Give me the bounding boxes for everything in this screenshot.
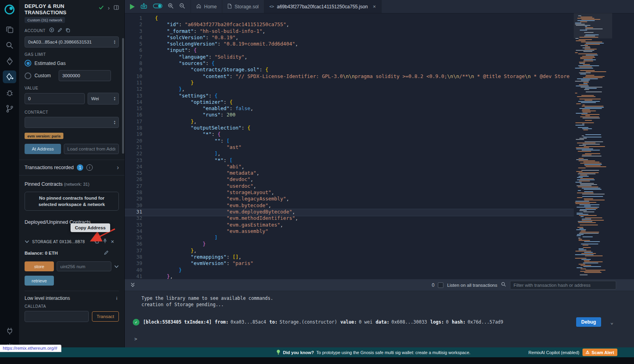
transactions-info-icon[interactable]: i bbox=[86, 164, 93, 171]
terminal-search-icon[interactable] bbox=[501, 281, 506, 289]
contract-label: CONTRACT bbox=[25, 110, 119, 114]
listen-checkbox[interactable] bbox=[438, 282, 443, 288]
divider bbox=[19, 175, 124, 175]
tx-log-text: [block:5583405 txIndex:4]from:0xa03...85… bbox=[143, 319, 573, 325]
low-level-info-icon[interactable]: i bbox=[116, 296, 117, 301]
sidebar-item-plugin-manager[interactable] bbox=[0, 323, 19, 339]
minimap[interactable] bbox=[574, 14, 612, 279]
stepper-icon: ▴▾ bbox=[111, 96, 115, 101]
terminal-line: creation of Storage pending... bbox=[141, 301, 634, 308]
window-edge bbox=[0, 357, 634, 364]
ai-copilot-icon[interactable] bbox=[140, 3, 148, 11]
tab-build-info-json[interactable]: <> a69b43f277ba20fcac141151250ca755.json… bbox=[264, 0, 382, 13]
terminal: 0 Listen on all transactions Type the li… bbox=[125, 279, 634, 347]
custom-gas-radio[interactable] bbox=[25, 72, 31, 79]
at-address-button[interactable]: At Address bbox=[25, 144, 61, 154]
close-tab-icon[interactable]: × bbox=[373, 4, 376, 10]
file-icon bbox=[227, 4, 232, 10]
deploy-run-panel: DEPLOY & RUN TRANSACTIONS › Custom (31) … bbox=[19, 0, 125, 347]
value-input[interactable] bbox=[25, 93, 85, 104]
sidebar-item-file-explorer[interactable] bbox=[0, 21, 19, 37]
did-you-know: Did you know? To prototype using the Gno… bbox=[276, 347, 470, 357]
at-address-input[interactable] bbox=[64, 144, 119, 154]
remix-ide-window: DEPLOY & RUN TRANSACTIONS › Custom (31) … bbox=[0, 0, 634, 364]
editor-code[interactable]: { "id": "a69b43f277ba20fcac141151250ca75… bbox=[155, 15, 571, 279]
remix-logo-icon[interactable] bbox=[3, 3, 16, 16]
transactions-recorded-label: Transactions recorded bbox=[25, 165, 74, 170]
listen-count: 0 bbox=[432, 282, 435, 288]
copy-account-icon[interactable] bbox=[65, 27, 70, 34]
panel-check-icon bbox=[99, 4, 104, 11]
code-editor[interactable]: 1234567891011121314151617181920212223242… bbox=[125, 13, 634, 279]
contract-select[interactable]: ▴▾ bbox=[25, 117, 119, 128]
sidebar-item-deploy-run[interactable] bbox=[0, 69, 19, 85]
value-label: VALUE bbox=[25, 86, 119, 90]
gas-limit-label: GAS LIMIT bbox=[25, 52, 119, 57]
low-level-label: Low level interactions bbox=[25, 295, 70, 301]
sidebar-item-debugger[interactable] bbox=[0, 85, 19, 101]
stepper-icon: ▴▾ bbox=[111, 40, 115, 44]
divider bbox=[19, 160, 124, 160]
pinned-empty-message: No pinned contracts found for selected w… bbox=[25, 192, 119, 211]
status-bar: Did you know? To prototype using the Gno… bbox=[0, 347, 634, 357]
terminal-line: Type the library name to see available c… bbox=[141, 295, 634, 301]
ai-copilot-toggle[interactable] bbox=[153, 3, 162, 10]
sidebar-item-solidity-compiler[interactable] bbox=[0, 53, 19, 69]
deployed-contract-card: STORAGE AT 0X136...8B78 × Balance: 0 ETH bbox=[25, 237, 119, 322]
copy-address-tooltip: Copy Address bbox=[71, 223, 110, 232]
transact-button[interactable]: Transact bbox=[92, 311, 119, 322]
sign-message-icon[interactable] bbox=[57, 27, 62, 34]
listen-label: Listen on all transactions bbox=[447, 283, 497, 288]
sidebar-item-git[interactable] bbox=[0, 101, 19, 116]
transactions-count-badge: 1 bbox=[77, 164, 83, 171]
estimated-gas-radio[interactable] bbox=[25, 60, 31, 67]
account-select[interactable]: 0xA03...85ac4 (0.39866531531 ▴▾ bbox=[25, 36, 119, 48]
network-badge: Custom (31) network bbox=[25, 17, 65, 23]
panel-layout-icon[interactable] bbox=[114, 4, 119, 11]
icon-sidebar bbox=[0, 0, 19, 364]
terminal-header: 0 Listen on all transactions bbox=[125, 279, 634, 291]
add-account-icon[interactable] bbox=[49, 27, 54, 34]
store-function-button[interactable]: store bbox=[25, 261, 54, 271]
divider bbox=[25, 291, 119, 291]
contract-collapse-icon[interactable] bbox=[25, 238, 29, 245]
contract-instance-title[interactable]: STORAGE AT 0X136...8B78 bbox=[32, 240, 85, 244]
run-script-icon[interactable] bbox=[130, 4, 135, 10]
edit-balance-icon[interactable] bbox=[104, 250, 109, 257]
copilot-status[interactable]: RemixAI Copilot (enabled) bbox=[529, 347, 579, 357]
custom-gas-input[interactable] bbox=[59, 70, 111, 81]
value-unit-select[interactable]: Wei ▴▾ bbox=[88, 93, 119, 105]
tab-home[interactable]: Home bbox=[191, 0, 222, 13]
panel-expand-icon[interactable]: › bbox=[108, 6, 110, 10]
sidebar-item-search[interactable] bbox=[0, 37, 19, 53]
estimated-gas-label: Estimated Gas bbox=[34, 61, 66, 66]
debug-button[interactable]: Debug bbox=[576, 317, 601, 327]
lightbulb-icon bbox=[276, 349, 281, 356]
browser-link-preview: https://remix.ethereum.org/# bbox=[0, 345, 61, 352]
zoom-out-icon[interactable] bbox=[179, 3, 185, 11]
pinned-contracts-title: Pinned Contracts bbox=[25, 181, 63, 187]
transaction-log-row[interactable]: ✓ [block:5583405 txIndex:4]from:0xa03...… bbox=[133, 317, 634, 327]
tab-storage-sol[interactable]: Storage.sol bbox=[222, 0, 264, 13]
evm-version-badge: evm version: paris bbox=[25, 133, 63, 139]
zoom-in-icon[interactable] bbox=[168, 3, 174, 11]
tx-expand-icon[interactable]: ⌄ bbox=[610, 319, 613, 325]
transactions-expand-icon[interactable]: › bbox=[117, 165, 119, 170]
panel-scrollbar[interactable] bbox=[122, 38, 124, 154]
account-label: ACCOUNT bbox=[25, 29, 46, 33]
calldata-input[interactable] bbox=[25, 311, 89, 322]
home-icon bbox=[196, 4, 201, 10]
contract-balance: Balance: 0 ETH bbox=[25, 251, 58, 255]
custom-gas-label: Custom bbox=[34, 73, 51, 78]
calldata-label: CALLDATA bbox=[25, 304, 119, 309]
terminal-filter-input[interactable] bbox=[510, 281, 616, 290]
editor-area: Home Storage.sol <> a69b43f277ba20fcac14… bbox=[125, 0, 634, 279]
retrieve-function-button[interactable]: retrieve bbox=[25, 276, 54, 286]
terminal-prompt[interactable]: > bbox=[134, 336, 634, 342]
terminal-collapse-icon[interactable] bbox=[130, 281, 135, 289]
store-param-input[interactable] bbox=[57, 261, 111, 271]
expand-params-icon[interactable] bbox=[114, 263, 119, 270]
scam-alert-button[interactable]: ⚠ Scam Alert bbox=[582, 349, 617, 356]
warning-icon: ⚠ bbox=[586, 350, 590, 355]
pinned-network-label: (network: 31) bbox=[64, 182, 89, 187]
